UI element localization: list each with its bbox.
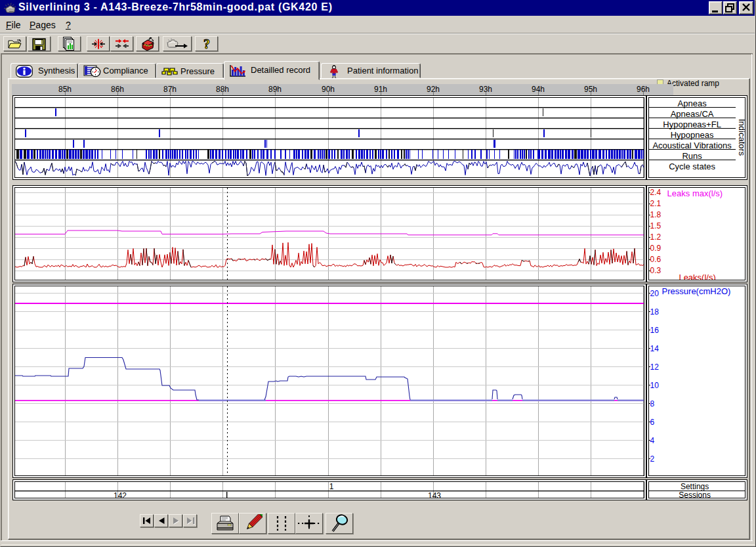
svg-text:1: 1 [329, 482, 333, 491]
svg-text:142: 142 [114, 491, 127, 498]
svg-text:?: ? [203, 37, 210, 51]
svg-text:143: 143 [428, 491, 441, 498]
